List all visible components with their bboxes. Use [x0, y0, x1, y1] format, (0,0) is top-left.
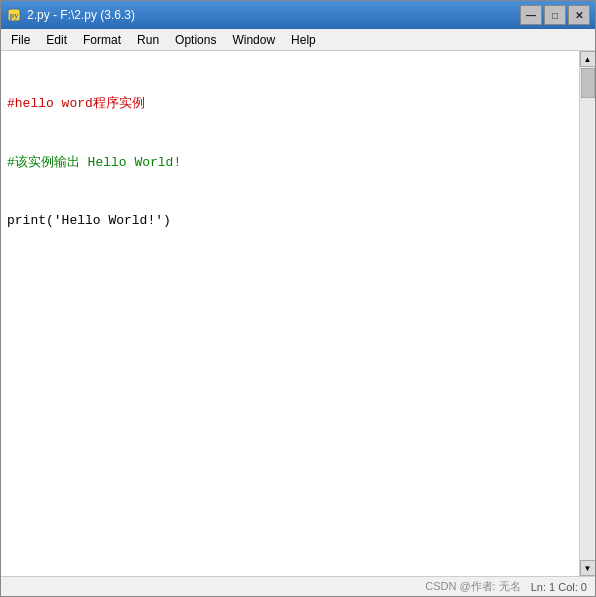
title-bar-controls: — □ ✕ [520, 5, 590, 25]
code-line-1: #hello word程序实例 [7, 94, 573, 114]
editor-area[interactable]: #hello word程序实例 #该实例输出 Hello World! prin… [1, 51, 579, 576]
scroll-track[interactable] [580, 67, 596, 560]
main-window: py 2.py - F:\2.py (3.6.3) — □ ✕ FileEdit… [0, 0, 596, 597]
title-bar-left: py 2.py - F:\2.py (3.6.3) [6, 7, 135, 23]
menu-item-help[interactable]: Help [283, 31, 324, 49]
minimize-button[interactable]: — [520, 5, 542, 25]
editor-container: #hello word程序实例 #该实例输出 Hello World! prin… [1, 51, 595, 576]
menu-item-run[interactable]: Run [129, 31, 167, 49]
scroll-thumb[interactable] [581, 68, 595, 98]
menu-item-window[interactable]: Window [224, 31, 283, 49]
code-line-3: print('Hello World!') [7, 211, 573, 231]
python-icon: py [6, 7, 22, 23]
menu-item-edit[interactable]: Edit [38, 31, 75, 49]
menu-bar: FileEditFormatRunOptionsWindowHelp [1, 29, 595, 51]
svg-text:py: py [10, 11, 18, 20]
menu-item-file[interactable]: File [3, 31, 38, 49]
menu-item-options[interactable]: Options [167, 31, 224, 49]
vertical-scrollbar[interactable]: ▲ ▼ [579, 51, 595, 576]
status-bar: CSDN @作者: 无名 Ln: 1 Col: 0 [1, 576, 595, 596]
scroll-up-button[interactable]: ▲ [580, 51, 596, 67]
title-text: 2.py - F:\2.py (3.6.3) [27, 8, 135, 22]
close-button[interactable]: ✕ [568, 5, 590, 25]
code-line-2: #该实例输出 Hello World! [7, 153, 573, 173]
cursor-position: Ln: 1 Col: 0 [531, 581, 587, 593]
menu-item-format[interactable]: Format [75, 31, 129, 49]
scroll-down-button[interactable]: ▼ [580, 560, 596, 576]
watermark-text: CSDN @作者: 无名 [425, 579, 521, 594]
maximize-button[interactable]: □ [544, 5, 566, 25]
title-bar: py 2.py - F:\2.py (3.6.3) — □ ✕ [1, 1, 595, 29]
